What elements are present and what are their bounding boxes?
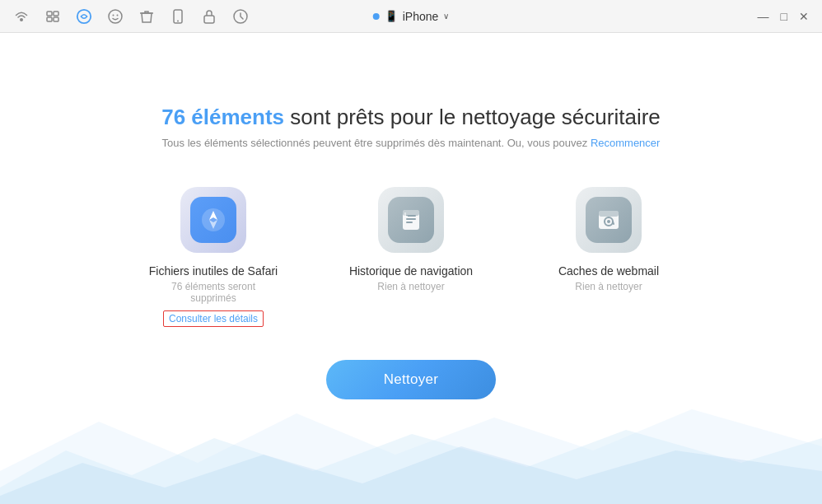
background-mountains — [0, 405, 822, 504]
svg-rect-12 — [204, 16, 214, 23]
history-icon-wrapper: L — [378, 187, 444, 253]
history-icon-inner: L — [388, 197, 434, 243]
title-rest: sont prêts pour le nettoyage sécuritaire — [284, 105, 661, 129]
svg-line-30 — [613, 222, 614, 224]
device-status-dot — [373, 13, 380, 20]
webmail-title: Caches de webmail — [558, 264, 659, 278]
tools-icon[interactable] — [44, 8, 61, 25]
restore-button[interactable]: □ — [781, 11, 787, 22]
trash-icon[interactable] — [138, 8, 155, 25]
main-title: 76 éléments sont prêts pour le nettoyage… — [161, 105, 661, 130]
wireless-icon[interactable] — [13, 8, 30, 25]
device-chevron-icon: ∨ — [443, 12, 449, 21]
history-icon[interactable] — [232, 8, 249, 25]
device-selector[interactable]: 📱 iPhone ∨ — [373, 10, 450, 23]
svg-marker-15 — [0, 430, 822, 504]
svg-point-29 — [607, 220, 610, 223]
webmail-subtitle: Rien à nettoyer — [575, 281, 642, 292]
face-icon[interactable] — [107, 8, 124, 25]
svg-rect-1 — [47, 12, 52, 16]
svg-rect-3 — [47, 17, 52, 21]
safari-icon-inner — [190, 197, 236, 243]
titlebar: 📱 iPhone ∨ — □ ✕ — [0, 0, 822, 33]
svg-marker-14 — [0, 409, 822, 504]
svg-marker-16 — [0, 446, 822, 504]
subtitle-text: Tous les éléments sélectionnés peuvent ê… — [162, 137, 591, 149]
svg-point-5 — [77, 9, 91, 22]
lock-icon[interactable] — [201, 8, 217, 25]
minimize-button[interactable]: — — [758, 11, 769, 22]
title-count: 76 éléments — [161, 105, 284, 129]
title-section: 76 éléments sont prêts pour le nettoyage… — [161, 105, 661, 149]
subtitle: Tous les éléments sélectionnés peuvent ê… — [161, 137, 661, 149]
safari-icon-wrapper — [180, 187, 246, 253]
svg-rect-2 — [54, 12, 58, 16]
close-button[interactable]: ✕ — [799, 11, 809, 22]
device-name-label: iPhone — [403, 10, 439, 23]
svg-text:L: L — [404, 212, 409, 217]
cards-section: Fichiers inutiles de Safari 76 éléments … — [147, 187, 675, 327]
restart-link[interactable]: Recommencer — [591, 137, 661, 149]
window-controls: — □ ✕ — [758, 11, 809, 22]
svg-point-8 — [117, 14, 119, 16]
webmail-icon-wrapper — [576, 187, 642, 253]
history-card: L Historique de navigation Rien à nettoy… — [345, 187, 477, 299]
device-icon[interactable] — [170, 8, 186, 25]
svg-point-6 — [109, 10, 122, 23]
svg-rect-27 — [599, 211, 619, 217]
svg-point-11 — [177, 20, 179, 21]
safari-title: Fichiers inutiles de Safari — [149, 264, 278, 278]
history-title: Historique de navigation — [349, 264, 473, 278]
safari-details-link[interactable]: Consulter les détails — [163, 310, 264, 327]
svg-rect-23 — [406, 222, 413, 223]
phone-small-icon: 📱 — [385, 10, 398, 22]
svg-rect-4 — [54, 17, 58, 21]
safari-subtitle: 76 éléments seront supprimés — [147, 281, 279, 304]
clean-icon[interactable] — [76, 8, 92, 25]
history-subtitle: Rien à nettoyer — [377, 281, 444, 292]
clean-button[interactable]: Nettoyer — [326, 360, 497, 399]
svg-rect-22 — [406, 218, 416, 220]
safari-card: Fichiers inutiles de Safari 76 éléments … — [147, 187, 279, 327]
svg-point-7 — [113, 14, 114, 16]
nav-icons — [13, 8, 249, 25]
webmail-icon-inner — [586, 197, 632, 243]
webmail-card: Caches de webmail Rien à nettoyer — [543, 187, 675, 299]
main-content: 76 éléments sont prêts pour le nettoyage… — [0, 33, 822, 504]
svg-point-0 — [20, 18, 23, 21]
